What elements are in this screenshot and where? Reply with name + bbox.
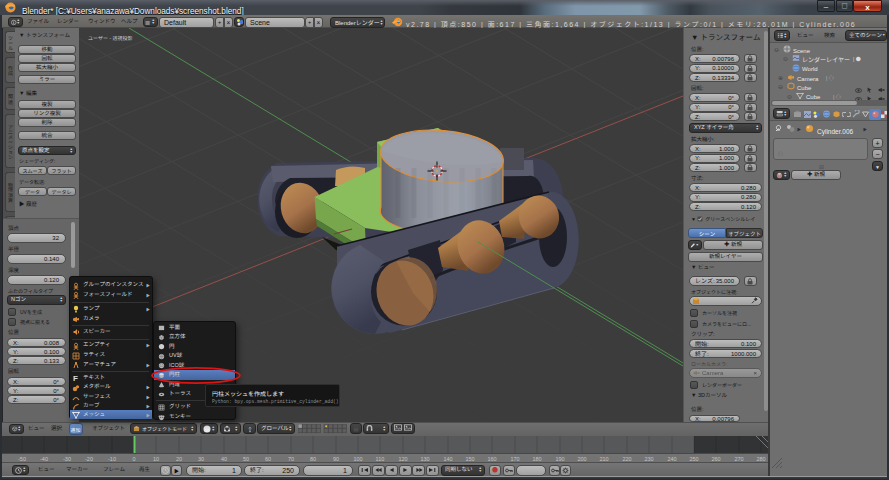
svg-text:200: 200 xyxy=(577,455,586,462)
svg-text:40: 40 xyxy=(221,455,227,462)
svg-text:-20: -20 xyxy=(85,455,93,462)
svg-text:110: 110 xyxy=(376,455,385,462)
svg-text:70: 70 xyxy=(288,455,294,462)
svg-text:60: 60 xyxy=(265,455,271,462)
svg-text:150: 150 xyxy=(465,455,474,462)
svg-text:160: 160 xyxy=(487,455,496,462)
svg-text:230: 230 xyxy=(644,455,653,462)
svg-text:210: 210 xyxy=(599,455,608,462)
svg-text:220: 220 xyxy=(622,455,631,462)
svg-text:-10: -10 xyxy=(108,455,116,462)
svg-text:20: 20 xyxy=(176,455,182,462)
svg-text:280: 280 xyxy=(756,455,765,462)
svg-text:130: 130 xyxy=(420,455,429,462)
svg-text:170: 170 xyxy=(510,455,519,462)
svg-text:250: 250 xyxy=(689,455,698,462)
svg-text:270: 270 xyxy=(734,455,743,462)
svg-text:-30: -30 xyxy=(63,455,71,462)
svg-text:-40: -40 xyxy=(40,455,48,462)
svg-text:260: 260 xyxy=(711,455,720,462)
svg-text:50: 50 xyxy=(243,455,249,462)
svg-text:190: 190 xyxy=(555,455,564,462)
svg-text:240: 240 xyxy=(667,455,676,462)
svg-text:100: 100 xyxy=(353,455,362,462)
svg-text:180: 180 xyxy=(532,455,541,462)
svg-text:-50: -50 xyxy=(18,455,26,462)
svg-text:140: 140 xyxy=(443,455,452,462)
svg-text:80: 80 xyxy=(310,455,316,462)
svg-text:90: 90 xyxy=(333,455,339,462)
svg-text:120: 120 xyxy=(398,455,407,462)
svg-text:30: 30 xyxy=(198,455,204,462)
svg-text:F: F xyxy=(73,374,78,382)
svg-text:10: 10 xyxy=(153,455,159,462)
svg-text:0: 0 xyxy=(132,455,135,462)
